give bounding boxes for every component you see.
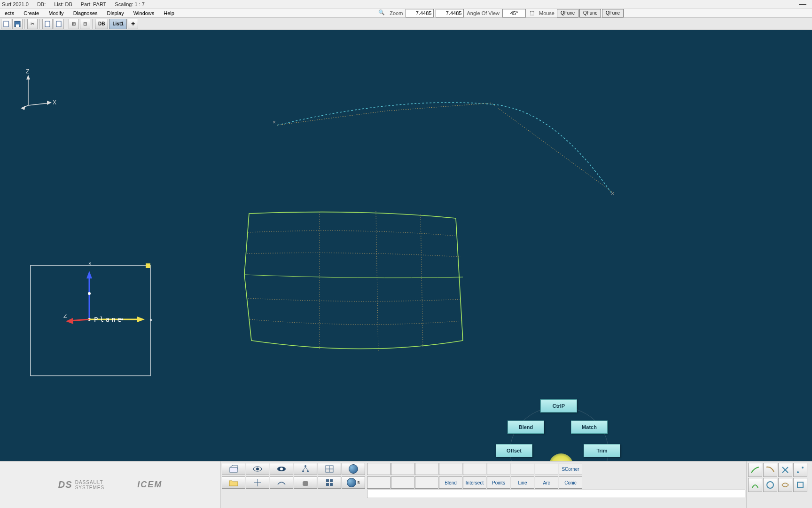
svg-point-35: [304, 465, 306, 467]
aov-label: Angle Of View: [467, 10, 500, 16]
title-bar: Surf 2021.0 DB: List: DB Part: PART Scal…: [0, 0, 812, 8]
aov-input[interactable]: [502, 9, 526, 17]
center-button[interactable]: [246, 476, 269, 489]
fn-r1-6[interactable]: [487, 463, 510, 475]
menu-display[interactable]: Display: [102, 10, 129, 16]
add-list-button[interactable]: ✚: [128, 19, 138, 29]
rtool-5[interactable]: [748, 478, 762, 492]
work-plane[interactable]: × × Z Plane: [31, 261, 152, 376]
view-1-button[interactable]: [222, 463, 245, 475]
fn-r1-3[interactable]: [415, 463, 438, 475]
rtool-4[interactable]: [793, 463, 807, 477]
radial-match-button[interactable]: Match: [571, 421, 608, 434]
svg-point-48: [797, 471, 799, 473]
fn-conic-button[interactable]: Conic: [559, 476, 582, 489]
radial-blend-button[interactable]: Blend: [508, 421, 544, 434]
svg-point-20: [88, 292, 91, 295]
rtool-3[interactable]: [778, 463, 792, 477]
svg-text:×: ×: [149, 317, 152, 323]
axis-gnomon: Z X: [21, 68, 56, 110]
fn-r2-0b[interactable]: [391, 476, 414, 489]
view-globe2-button[interactable]: 5: [342, 476, 365, 489]
mouse-label: Mouse: [539, 10, 554, 16]
fn-r1-7[interactable]: [511, 463, 534, 475]
svg-rect-30: [230, 468, 237, 472]
radial-offset-button[interactable]: Offset: [496, 444, 532, 457]
view-grid-button[interactable]: [318, 463, 341, 475]
svg-rect-51: [797, 482, 803, 488]
align1-button[interactable]: ⊞: [69, 19, 79, 29]
app-name: Surf 2021.0: [2, 1, 29, 7]
qfunc-button-3[interactable]: QFunc: [602, 9, 624, 17]
hand-button[interactable]: [294, 476, 317, 489]
db-tab[interactable]: DB: [95, 19, 108, 29]
svg-point-49: [802, 467, 804, 468]
svg-marker-9: [47, 101, 52, 105]
align2-button[interactable]: ⊟: [80, 19, 90, 29]
svg-marker-6: [26, 75, 30, 79]
rtool-1[interactable]: [748, 463, 762, 477]
menu-objects[interactable]: ects: [0, 10, 19, 16]
svg-rect-15: [31, 265, 150, 376]
svg-marker-12: [21, 106, 25, 110]
radial-ctrlp-button[interactable]: CtrlP: [540, 399, 577, 413]
save-button[interactable]: [12, 19, 23, 29]
svg-rect-3: [45, 21, 50, 27]
svg-rect-46: [326, 483, 329, 486]
menu-modify[interactable]: Modify: [44, 10, 68, 16]
menu-diagnoses[interactable]: Diagnoses: [69, 10, 102, 16]
view-globe1-button[interactable]: [342, 463, 365, 475]
rtool-2[interactable]: [763, 463, 777, 477]
view-eye1-button[interactable]: [246, 463, 269, 475]
fn-r1-2[interactable]: [391, 463, 414, 475]
svg-text:Plane: Plane: [94, 316, 123, 323]
list1-tab[interactable]: List1: [109, 19, 126, 29]
main-toolbar: ✂ ⊞ ⊟ DB List1 ✚: [0, 18, 812, 30]
minimize-button[interactable]: —: [795, 0, 810, 8]
fn-r1-8[interactable]: [535, 463, 558, 475]
rtool-8[interactable]: [793, 478, 807, 492]
menu-windows[interactable]: Windows: [129, 10, 159, 16]
grid4-button[interactable]: [318, 476, 341, 489]
zoom-y-input[interactable]: [436, 9, 464, 17]
doc1-button[interactable]: [42, 19, 53, 29]
svg-marker-23: [137, 317, 145, 322]
fn-r1-5[interactable]: [463, 463, 486, 475]
curve-tool-button[interactable]: [270, 476, 293, 489]
menu-create[interactable]: Create: [19, 10, 44, 16]
cut-button[interactable]: ✂: [27, 19, 38, 29]
zoom-x-input[interactable]: [406, 9, 434, 17]
view-tree-button[interactable]: [294, 463, 317, 475]
qfunc-button-1[interactable]: QFunc: [557, 9, 578, 17]
fn-r2-0a[interactable]: [367, 476, 390, 489]
svg-text:Z: Z: [63, 313, 67, 319]
fn-line-button[interactable]: Line: [511, 476, 534, 489]
folder-button[interactable]: [222, 476, 245, 489]
part-label: Part: PART: [81, 1, 107, 7]
svg-point-36: [302, 470, 304, 472]
rtool-6[interactable]: [763, 478, 777, 492]
fn-arc-button[interactable]: Arc: [535, 476, 558, 489]
menu-help[interactable]: Help: [159, 10, 179, 16]
perspective-icon[interactable]: ⬚: [530, 10, 534, 16]
surface-patch: [244, 211, 463, 352]
view-eye2-button[interactable]: [270, 463, 293, 475]
viewport-3d[interactable]: Z X × ×: [0, 30, 812, 461]
rtool-7[interactable]: [778, 478, 792, 492]
fn-scorner-button[interactable]: SCorner: [559, 463, 582, 475]
fn-intersect-button[interactable]: Intersect: [463, 476, 486, 489]
fn-r1-1[interactable]: [367, 463, 390, 475]
fn-points-button[interactable]: Points: [487, 476, 510, 489]
qfunc-button-2[interactable]: QFunc: [579, 9, 601, 17]
fn-r2-0c[interactable]: [415, 476, 438, 489]
zoom-label: Zoom: [390, 10, 403, 16]
fn-r1-4[interactable]: [439, 463, 462, 475]
fn-blend-button[interactable]: Blend: [439, 476, 462, 489]
radial-trim-button[interactable]: Trim: [584, 444, 620, 457]
svg-rect-2: [16, 24, 19, 27]
svg-rect-44: [326, 479, 329, 482]
command-line[interactable]: [367, 490, 745, 498]
new-button[interactable]: [1, 19, 11, 29]
doc2-button[interactable]: [54, 19, 64, 29]
svg-rect-4: [56, 21, 61, 27]
